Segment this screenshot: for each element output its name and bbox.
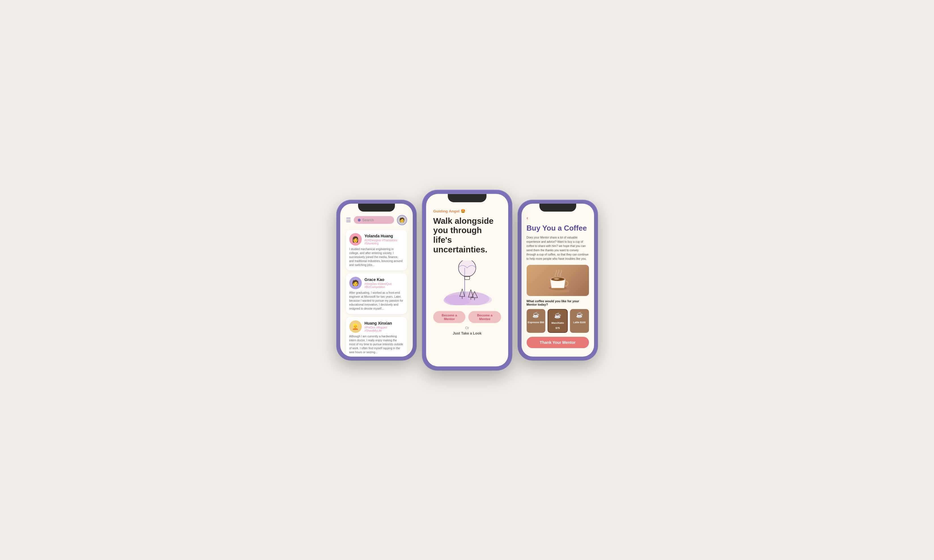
guiding-label: Guiding Angel 🤩 xyxy=(433,209,501,213)
phone-notch-3 xyxy=(539,204,576,212)
mentor-card-0[interactable]: 👩 Yolanda Huang #UXDesigner #Transitions… xyxy=(346,230,407,271)
p3-question: What coffee would you like for your Ment… xyxy=(527,299,589,306)
mentor-card-1[interactable]: 🧑 Grace Kao #WebDev #SilentQuit #BizComp… xyxy=(346,273,407,314)
hamburger-icon[interactable]: ☰ xyxy=(346,217,351,223)
latte-label: Latte $100 xyxy=(573,321,586,324)
back-button[interactable]: ‹ xyxy=(527,215,589,221)
phones-container: ☰ Search 🧑 👩 Yolanda Huang xyxy=(337,195,597,366)
mentor-bio-1: After graduating, I worked as a front-en… xyxy=(349,291,404,311)
mentor-tags-2: #PreDoc #Rapper #ShootMyLife xyxy=(365,326,404,332)
latte-option[interactable]: ☕ Latte $100 xyxy=(570,309,589,333)
become-mentor-button[interactable]: Become a Mentor xyxy=(433,311,465,323)
mentor-avatar-2: 👱 xyxy=(349,320,362,333)
macchiato-icon: ☕ xyxy=(549,312,566,318)
p2-buttons: Become a Mentor Become a Mentee xyxy=(433,311,501,323)
search-icon xyxy=(358,218,361,222)
macchiato-option[interactable]: ☕ Macchiato $75 xyxy=(548,309,568,333)
thank-mentor-button[interactable]: Thank Your Mentor xyxy=(527,337,589,348)
p3-title: Buy You a Coffee xyxy=(527,224,589,232)
become-mentee-button[interactable]: Become a Mentee xyxy=(468,311,501,323)
search-text: Search xyxy=(362,218,374,222)
mentor-info-2: Huang Xinxian #PreDoc #Rapper #ShootMyLi… xyxy=(365,321,404,332)
mentor-info-0: Yolanda Huang #UXDesigner #Transitions #… xyxy=(365,234,404,245)
macchiato-label: Macchiato $75 xyxy=(552,322,564,329)
mentor-tags-0: #UXDesigner #Transitions #Stumbling xyxy=(365,239,404,245)
scene-illustration xyxy=(440,260,494,305)
user-avatar[interactable]: 🧑 xyxy=(397,215,407,225)
mentor-card-2[interactable]: 👱 Huang Xinxian #PreDoc #Rapper #ShootMy… xyxy=(346,317,407,357)
espresso-icon: ☕ xyxy=(528,311,545,318)
phone-2: Guiding Angel 🤩 Walk alongside you throu… xyxy=(422,190,512,370)
phone-notch-1 xyxy=(358,204,395,212)
user-avatar-img: 🧑 xyxy=(397,215,406,225)
phone1-header: ☰ Search 🧑 xyxy=(346,215,407,225)
p2-title: Walk alongside you through life's uncert… xyxy=(433,216,501,254)
mentor-name-1: Grace Kao xyxy=(365,277,404,282)
phone-1: ☰ Search 🧑 👩 Yolanda Huang xyxy=(337,200,416,360)
coffee-svg xyxy=(541,268,575,293)
p3-description: Does your Mentor share a lot of valuable… xyxy=(527,235,589,261)
search-bar[interactable]: Search xyxy=(354,216,394,224)
mentor-bio-2: Although I am currently a hardworking in… xyxy=(349,334,404,354)
mentor-info-1: Grace Kao #WebDev #SilentQuit #BizCompet… xyxy=(365,277,404,289)
phone-notch-2 xyxy=(448,194,486,202)
mentor-name-0: Yolanda Huang xyxy=(365,234,404,238)
espresso-label: Espresso $50 xyxy=(528,321,544,324)
illustration xyxy=(433,260,501,305)
mentor-bio-0: I studied mechanical engineering in coll… xyxy=(349,247,404,267)
mentor-tags-1: #WebDev #SilentQuit #BizCompetition xyxy=(365,282,404,289)
coffee-options: ☕ Espresso $50 ☕ Macchiato $75 ☕ Latte $… xyxy=(527,309,589,333)
mentor-avatar-1: 🧑 xyxy=(349,277,362,289)
mentor-avatar-0: 👩 xyxy=(349,233,362,246)
or-text: Or xyxy=(433,326,501,330)
coffee-image xyxy=(527,265,589,296)
look-text[interactable]: Just Take a Look xyxy=(433,331,501,335)
phone-3: ‹ Buy You a Coffee Does your Mentor shar… xyxy=(518,200,597,360)
espresso-option[interactable]: ☕ Espresso $50 xyxy=(527,309,546,333)
mentor-name-2: Huang Xinxian xyxy=(365,321,404,325)
latte-icon: ☕ xyxy=(571,311,588,318)
